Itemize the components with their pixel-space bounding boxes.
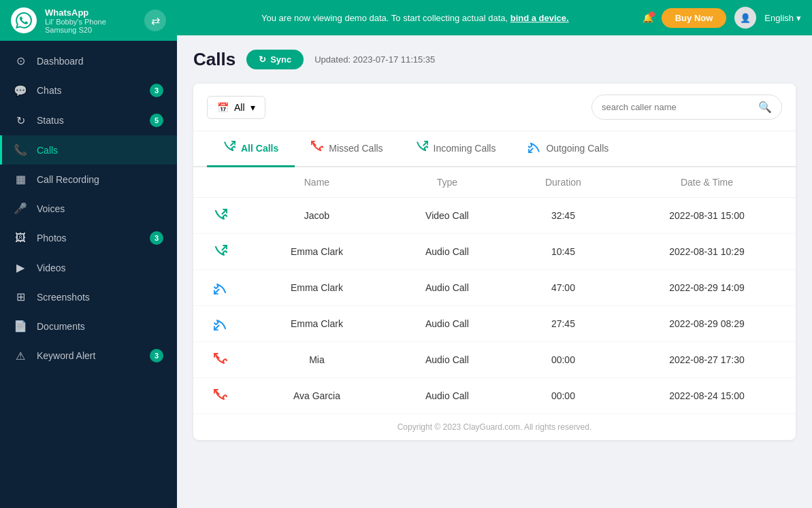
nav-icon-documents: 📄 (14, 320, 27, 333)
sidebar-item-status[interactable]: ↻ Status 5 (0, 105, 177, 135)
nav-icon-calls: 📞 (14, 143, 27, 156)
topbar-notice: You are now viewing demo data. To start … (188, 13, 643, 23)
call-name-4: Mia (248, 342, 386, 378)
content-area: Calls ↻ Sync Updated: 2023-07-17 11:15:3… (177, 35, 812, 508)
search-input[interactable] (602, 102, 753, 112)
col-type: Type (386, 167, 508, 198)
call-icon-cell (193, 234, 248, 270)
call-icon-cell (193, 198, 248, 234)
table-row: Emma Clark Audio Call 47:00 2022-08-29 1… (193, 270, 796, 306)
tab-label-incoming-calls: Incoming Calls (434, 143, 496, 154)
chevron-down-icon: ▾ (250, 102, 255, 113)
topbar: You are now viewing demo data. To start … (177, 0, 812, 35)
tab-outgoing-calls[interactable]: Outgoing Calls (512, 131, 625, 167)
sidebar-header: WhatsApp Lil' Bobby's Phone Samsung S20 … (0, 0, 177, 41)
sidebar-item-calls[interactable]: 📞 Calls (0, 135, 177, 165)
tab-all-calls[interactable]: All Calls (207, 131, 295, 167)
call-type-icon-5 (207, 389, 234, 403)
nav-icon-status: ↻ (14, 114, 27, 127)
nav-label-documents: Documents (37, 321, 163, 332)
search-box: 🔍 (591, 95, 782, 120)
call-datetime-0: 2022-08-31 15:00 (618, 198, 796, 234)
sidebar-item-dashboard[interactable]: ⊙ Dashboard (0, 46, 177, 75)
tab-incoming-calls[interactable]: Incoming Calls (400, 131, 513, 167)
nav-label-chats: Chats (37, 85, 140, 96)
call-icon-cell (193, 270, 248, 306)
col-duration: Duration (508, 167, 618, 198)
buy-now-button[interactable]: Buy Now (662, 8, 727, 28)
call-type-icon-2 (207, 281, 234, 294)
call-icon-cell (193, 306, 248, 342)
nav-icon-voices: 🎤 (14, 202, 27, 215)
call-type-icon-0 (207, 209, 234, 222)
bind-device-link[interactable]: bind a device. (510, 13, 569, 23)
transfer-icon[interactable]: ⇄ (144, 10, 166, 31)
nav-icon-call-recording: ▦ (14, 173, 27, 186)
page-header: Calls ↻ Sync Updated: 2023-07-17 11:15:3… (193, 49, 796, 70)
table-header: Name Type Duration Date & Time (193, 167, 796, 198)
nav-label-screenshots: Screenshots (37, 292, 163, 303)
footer: Copyright © 2023 ClayGuard.com. All righ… (193, 414, 796, 440)
call-type-0: Video Call (386, 198, 508, 234)
nav-label-call-recording: Call Recording (37, 174, 163, 185)
call-type-icon-3 (207, 317, 234, 331)
date-filter-value: All (234, 102, 245, 113)
bell-icon[interactable]: 🔔 (643, 13, 653, 23)
date-filter[interactable]: 📅 All ▾ (207, 96, 265, 119)
sidebar-item-voices[interactable]: 🎤 Voices (0, 194, 177, 223)
call-duration-1: 10:45 (508, 234, 618, 270)
call-name-5: Ava Garcia (248, 378, 386, 414)
call-duration-3: 27:45 (508, 306, 618, 342)
updated-text: Updated: 2023-07-17 11:15:35 (314, 54, 435, 65)
nav-icon-screenshots: ⊞ (14, 290, 27, 303)
main-content: You are now viewing demo data. To start … (177, 0, 812, 508)
topbar-actions: 🔔 Buy Now 👤 English ▾ (643, 7, 801, 29)
nav-label-status: Status (37, 115, 140, 126)
sidebar-item-videos[interactable]: ▶ Videos (0, 253, 177, 282)
nav-label-photos: Photos (37, 233, 140, 243)
call-type-3: Audio Call (386, 306, 508, 342)
sidebar-item-screenshots[interactable]: ⊞ Screenshots (0, 282, 177, 311)
sidebar-item-photos[interactable]: 🖼 Photos 3 (0, 223, 177, 253)
call-type-icon-4 (207, 353, 234, 367)
table-row: Jacob Video Call 32:45 2022-08-31 15:00 (193, 198, 796, 234)
call-type-1: Audio Call (386, 234, 508, 270)
sync-button[interactable]: ↻ Sync (246, 50, 304, 69)
language-selector[interactable]: English ▾ (764, 13, 801, 23)
sidebar-nav: ⊙ Dashboard 💬 Chats 3 ↻ Status 5 📞 Calls… (0, 41, 177, 508)
sidebar: WhatsApp Lil' Bobby's Phone Samsung S20 … (0, 0, 177, 508)
filter-row: 📅 All ▾ 🔍 (193, 84, 796, 131)
table-row: Emma Clark Audio Call 10:45 2022-08-31 1… (193, 234, 796, 270)
call-datetime-5: 2022-08-24 15:00 (618, 378, 796, 414)
table-row: Emma Clark Audio Call 27:45 2022-08-29 0… (193, 306, 796, 342)
nav-badge-keyword-alert: 3 (150, 349, 163, 362)
user-avatar[interactable]: 👤 (734, 7, 756, 29)
call-name-3: Emma Clark (248, 306, 386, 342)
nav-badge-chats: 3 (150, 84, 163, 97)
sidebar-item-keyword-alert[interactable]: ⚠ Keyword Alert 3 (0, 341, 177, 371)
sidebar-item-chats[interactable]: 💬 Chats 3 (0, 75, 177, 105)
call-type-2: Audio Call (386, 270, 508, 306)
tab-missed-calls[interactable]: Missed Calls (295, 131, 399, 167)
call-name-2: Emma Clark (248, 270, 386, 306)
col-datetime: Date & Time (618, 167, 796, 198)
col-icon (193, 167, 248, 198)
table-row: Ava Garcia Audio Call 00:00 2022-08-24 1… (193, 378, 796, 414)
call-icon-cell (193, 342, 248, 378)
tabs-row: All Calls Missed Calls Incoming Calls Ou… (193, 131, 796, 167)
chevron-down-icon: ▾ (796, 13, 801, 23)
tab-label-missed-calls: Missed Calls (329, 143, 383, 154)
app-name: WhatsApp (45, 7, 136, 18)
device-label: Lil' Bobby's Phone Samsung S20 (45, 18, 136, 34)
sidebar-item-call-recording[interactable]: ▦ Call Recording (0, 165, 177, 194)
call-name-1: Emma Clark (248, 234, 386, 270)
nav-label-dashboard: Dashboard (37, 56, 163, 67)
nav-label-keyword-alert: Keyword Alert (37, 350, 140, 361)
call-duration-4: 00:00 (508, 342, 618, 378)
tab-label-all-calls: All Calls (241, 143, 278, 154)
nav-icon-dashboard: ⊙ (14, 54, 27, 67)
sidebar-item-documents[interactable]: 📄 Documents (0, 311, 177, 341)
calls-card: 📅 All ▾ 🔍 All Calls Missed Calls Incomin… (193, 84, 796, 440)
nav-badge-photos: 3 (150, 231, 163, 245)
call-duration-5: 00:00 (508, 378, 618, 414)
